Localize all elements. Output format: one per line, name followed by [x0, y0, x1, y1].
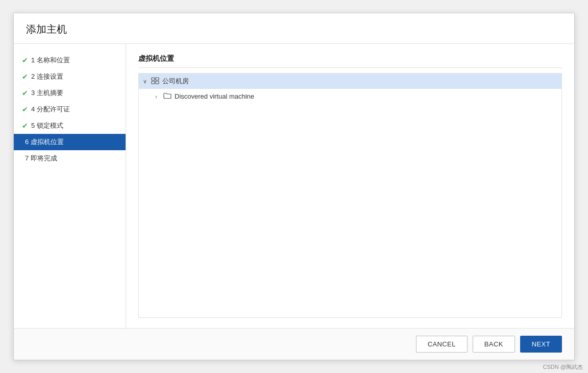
main-content: 虚拟机位置 ∨ 公司机房 [126, 44, 574, 328]
expander-discovered[interactable]: › [155, 94, 163, 100]
watermark: CSDN @陶武杰 [543, 363, 583, 371]
sidebar-item-step1[interactable]: ✔ 1 名称和位置 [14, 52, 126, 68]
back-button[interactable]: BACK [473, 336, 515, 353]
sidebar-item-step6[interactable]: 6 虚拟机位置 [14, 134, 126, 150]
tree-row-datacenter[interactable]: ∨ 公司机房 [139, 74, 561, 89]
sidebar: ✔ 1 名称和位置 ✔ 2 连接设置 ✔ 3 主机摘要 ✔ 4 分配许可证 ✔ … [14, 44, 126, 328]
sidebar-item-step7[interactable]: 7 即将完成 [14, 150, 126, 167]
sidebar-item-step2[interactable]: ✔ 2 连接设置 [14, 68, 126, 85]
step1-label: 1 名称和位置 [31, 56, 70, 65]
sidebar-item-step5[interactable]: ✔ 5 锁定模式 [14, 118, 126, 134]
step2-label: 2 连接设置 [31, 72, 63, 81]
expander-datacenter[interactable]: ∨ [143, 78, 151, 85]
svg-rect-1 [156, 78, 159, 80]
step5-label: 5 锁定模式 [31, 121, 63, 130]
step7-label: 7 即将完成 [25, 154, 57, 163]
section-title: 虚拟机位置 [138, 54, 562, 68]
check-icon-step4: ✔ [22, 105, 28, 113]
dialog-footer: CANCEL BACK NEXT [14, 328, 574, 360]
step4-label: 4 分配许可证 [31, 105, 70, 114]
folder-icon [163, 92, 172, 101]
tree-row-discovered[interactable]: › Discovered virtual machine [139, 89, 561, 104]
check-icon-step5: ✔ [22, 122, 28, 130]
add-host-dialog: 添加主机 ✔ 1 名称和位置 ✔ 2 连接设置 ✔ 3 主机摘要 ✔ 4 分配许… [13, 13, 575, 360]
check-icon-step3: ✔ [22, 89, 28, 97]
sidebar-item-step3[interactable]: ✔ 3 主机摘要 [14, 85, 126, 101]
vm-location-tree[interactable]: ∨ 公司机房 › [138, 73, 562, 318]
check-icon-step2: ✔ [22, 73, 28, 81]
datacenter-icon [151, 77, 159, 86]
dialog-body: ✔ 1 名称和位置 ✔ 2 连接设置 ✔ 3 主机摘要 ✔ 4 分配许可证 ✔ … [14, 44, 574, 328]
svg-rect-2 [152, 81, 155, 84]
sidebar-item-step4[interactable]: ✔ 4 分配许可证 [14, 101, 126, 118]
dialog-title: 添加主机 [26, 22, 562, 36]
svg-rect-0 [152, 78, 155, 80]
cancel-button[interactable]: CANCEL [416, 336, 468, 353]
svg-rect-3 [156, 81, 159, 84]
discovered-label: Discovered virtual machine [175, 92, 254, 100]
check-icon-step1: ✔ [22, 56, 28, 64]
next-button[interactable]: NEXT [520, 336, 562, 353]
datacenter-label: 公司机房 [162, 77, 189, 86]
dialog-header: 添加主机 [14, 13, 574, 44]
step3-label: 3 主机摘要 [31, 88, 63, 98]
step6-label: 6 虚拟机位置 [25, 137, 64, 147]
